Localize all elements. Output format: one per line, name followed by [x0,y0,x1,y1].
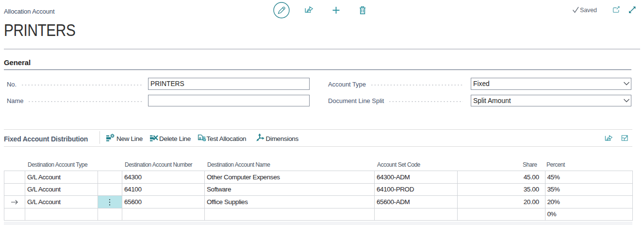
svg-text:a: a [199,136,201,140]
